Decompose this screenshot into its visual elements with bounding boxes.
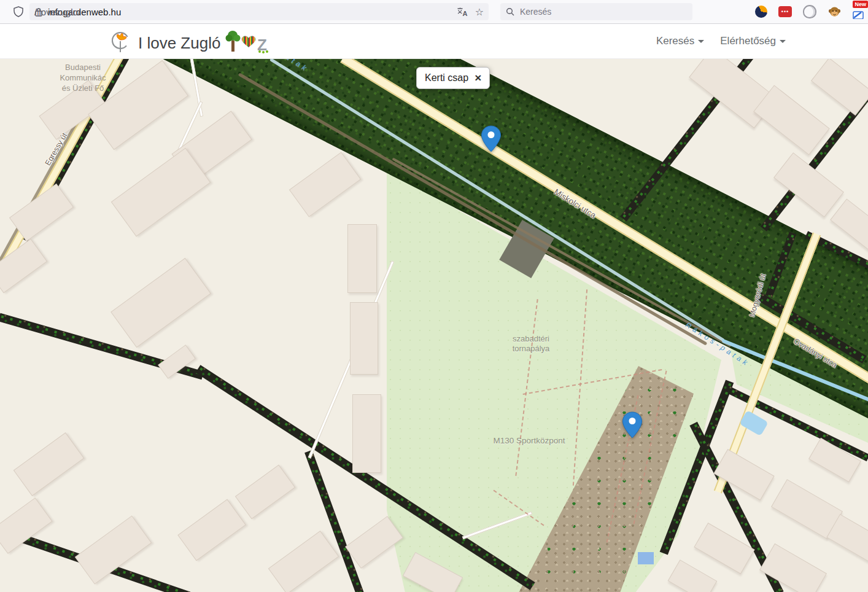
map-pool — [638, 552, 654, 564]
translate-icon[interactable]: A — [457, 7, 468, 17]
logo-tree-heart-z-icon: Z — [225, 29, 269, 56]
map-building — [110, 258, 211, 348]
map-building — [830, 198, 868, 251]
bookmark-star-icon[interactable]: ☆ — [475, 6, 484, 18]
brand-title: I love Zugló — [138, 34, 220, 53]
map-building — [352, 394, 381, 473]
map-building — [347, 224, 377, 293]
search-input[interactable] — [519, 6, 687, 17]
url-bar[interactable]: infogardenweb.hu/ilovezuglo/ A ☆ — [29, 3, 489, 20]
svg-text:A: A — [462, 10, 467, 17]
extension-ghost-icon[interactable] — [802, 4, 817, 19]
extension-monkey-icon[interactable] — [827, 4, 842, 19]
site-header: I love Zugló Z Keresés Elérhetőség — [0, 24, 868, 59]
url-path: /ilovezuglo/ — [34, 7, 80, 17]
map-building — [759, 543, 827, 592]
site-brand[interactable]: I love Zugló Z — [107, 29, 269, 57]
search-icon — [506, 7, 514, 16]
map-building — [668, 559, 718, 592]
map-canvas[interactable]: Budapesti Kommunikác és Üzleti Fő Egress… — [0, 59, 868, 592]
extension-swirl-icon[interactable] — [754, 4, 769, 19]
extension-new-icon[interactable]: New — [851, 6, 866, 21]
popup-title: Kerti csap — [425, 72, 468, 84]
new-badge: New — [853, 1, 868, 8]
map-building — [350, 302, 378, 375]
map-building — [235, 465, 295, 520]
map-marker-kerti-csap[interactable] — [481, 125, 502, 155]
extension-lastpass-icon[interactable]: ••• — [778, 4, 792, 19]
search-bar[interactable] — [500, 3, 692, 20]
main-nav: Keresés Elérhetőség — [656, 24, 786, 58]
map-building — [14, 432, 85, 496]
map-popup: Kerti csap × — [416, 67, 490, 89]
nav-kereses[interactable]: Keresés — [656, 35, 704, 47]
popup-close-icon[interactable]: × — [475, 74, 481, 82]
map-building — [713, 449, 774, 500]
map-building — [289, 152, 361, 217]
browser-window: infogardenweb.hu/ilovezuglo/ A ☆ ••• New — [0, 0, 868, 592]
browser-toolbar: infogardenweb.hu/ilovezuglo/ A ☆ ••• New — [0, 0, 868, 24]
map-building — [177, 499, 246, 561]
label-sportkozpont: M130 Sportközpont — [474, 436, 584, 446]
map-marker-south[interactable] — [622, 411, 643, 441]
logo-flower-icon — [107, 29, 133, 57]
label-tornapalya: szabadtéri tornapálya — [488, 334, 574, 354]
label-school: Budapesti Kommunikác és Üzleti Fő — [37, 63, 129, 94]
map-building — [811, 59, 868, 115]
shield-icon[interactable] — [12, 6, 25, 18]
map-building — [268, 531, 339, 592]
nav-elerhetoseg[interactable]: Elérhetőség — [720, 35, 786, 47]
